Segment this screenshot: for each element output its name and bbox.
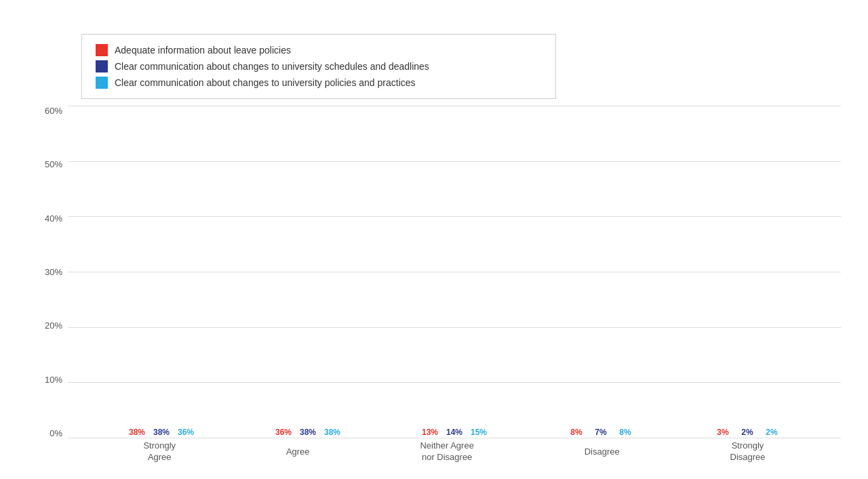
- x-tick-label: Disagree: [730, 452, 766, 462]
- chart-body: 0%10%20%30%40%50%60% 38%38%36%36%38%38%1…: [27, 106, 841, 465]
- x-tick-label: Agree: [148, 452, 172, 462]
- x-tick-3: Disagree: [585, 446, 620, 458]
- bar-value-label: 15%: [471, 428, 487, 437]
- legend-item: Clear communication about changes to uni…: [96, 77, 542, 89]
- bar-cluster: 36%38%38%: [273, 428, 343, 438]
- bar-group-1: 36%38%38%: [273, 428, 343, 438]
- bar-wrapper: 3%: [712, 428, 734, 438]
- bar-wrapper: 8%: [614, 428, 636, 438]
- bar-value-label: 38%: [153, 428, 170, 437]
- bar-value-label: 8%: [619, 428, 631, 437]
- bar-wrapper: 38%: [297, 428, 319, 438]
- y-tick: 50%: [45, 159, 62, 169]
- y-tick: 10%: [45, 375, 62, 385]
- x-tick-label: Strongly: [732, 440, 764, 451]
- bar-wrapper: 8%: [566, 428, 587, 438]
- bar-value-label: 13%: [422, 428, 438, 437]
- x-labels: StronglyAgreeAgreeNeither Agreenor Disag…: [68, 438, 841, 465]
- x-tick-label: nor Disagree: [422, 452, 472, 462]
- y-tick: 0%: [50, 428, 62, 438]
- legend-box: Adequate information about leave policie…: [81, 34, 556, 99]
- bar-wrapper: 36%: [273, 428, 294, 438]
- bar-cluster: 13%14%15%: [419, 428, 490, 438]
- legend-item: Adequate information about leave policie…: [96, 44, 542, 56]
- legend-label: Clear communication about changes to uni…: [115, 77, 416, 88]
- y-tick: 60%: [45, 106, 62, 116]
- bar-wrapper: 2%: [761, 428, 783, 438]
- bar-wrapper: 13%: [419, 428, 441, 438]
- legend-swatch: [96, 77, 108, 89]
- x-tick-label: Strongly: [143, 440, 176, 451]
- bar-value-label: 14%: [446, 428, 462, 437]
- bar-value-label: 3%: [717, 428, 728, 437]
- plot-area: 38%38%36%36%38%38%13%14%15%8%7%8%3%2%2% …: [68, 106, 841, 465]
- bar-value-label: 2%: [741, 428, 753, 437]
- bar-value-label: 36%: [178, 428, 194, 437]
- x-tick-label: Neither Agree: [420, 440, 474, 451]
- bar-group-2: 13%14%15%: [419, 428, 490, 438]
- legend-swatch: [96, 44, 108, 56]
- legend-label: Adequate information about leave policie…: [115, 45, 291, 56]
- y-tick: 30%: [45, 267, 62, 277]
- bar-value-label: 8%: [570, 428, 582, 437]
- legend-swatch: [96, 60, 108, 72]
- x-tick-label: Agree: [286, 446, 310, 457]
- chart-area: Adequate information about leave policie…: [27, 34, 841, 465]
- y-tick: 20%: [45, 320, 62, 331]
- bar-value-label: 2%: [766, 428, 777, 437]
- x-tick-0: StronglyAgree: [143, 440, 176, 463]
- bar-value-label: 38%: [300, 428, 316, 437]
- x-tick-label: Disagree: [585, 446, 620, 457]
- x-tick-4: StronglyDisagree: [730, 440, 766, 463]
- bar-cluster: 38%38%36%: [126, 428, 197, 438]
- legend-item: Clear communication about changes to uni…: [96, 60, 542, 72]
- bars-container: 38%38%36%36%38%38%13%14%15%8%7%8%3%2%2%: [68, 106, 841, 438]
- bar-value-label: 7%: [595, 428, 606, 437]
- bar-group-0: 38%38%36%: [126, 428, 197, 438]
- bar-wrapper: 36%: [175, 428, 197, 438]
- bar-wrapper: 38%: [126, 428, 148, 438]
- bar-wrapper: 38%: [321, 428, 343, 438]
- bar-group-3: 8%7%8%: [566, 428, 636, 438]
- bar-value-label: 36%: [275, 428, 292, 437]
- bar-wrapper: 38%: [151, 428, 172, 438]
- x-tick-2: Neither Agreenor Disagree: [420, 440, 474, 463]
- legend-label: Clear communication about changes to uni…: [115, 61, 429, 72]
- bar-wrapper: 2%: [736, 428, 758, 438]
- bar-wrapper: 14%: [443, 428, 465, 438]
- bar-value-label: 38%: [129, 428, 145, 437]
- bar-group-4: 3%2%2%: [712, 428, 783, 438]
- bar-wrapper: 7%: [590, 428, 612, 438]
- bar-wrapper: 15%: [468, 428, 490, 438]
- bar-value-label: 38%: [324, 428, 340, 437]
- y-tick: 40%: [45, 213, 62, 224]
- y-axis: 0%10%20%30%40%50%60%: [27, 106, 68, 465]
- bar-cluster: 3%2%2%: [712, 428, 783, 438]
- x-tick-1: Agree: [286, 446, 310, 458]
- bar-cluster: 8%7%8%: [566, 428, 636, 438]
